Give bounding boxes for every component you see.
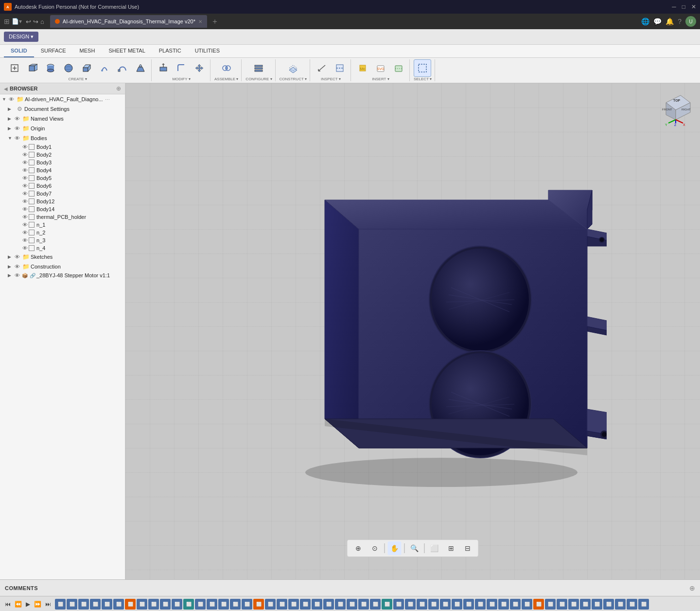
timeline-item[interactable]: ⬜ [323,599,334,610]
tree-n1[interactable]: ▶ 👁 n_1 [0,221,125,229]
timeline-item[interactable]: ⬜ [265,599,276,610]
tree-n3[interactable]: ▶ 👁 n_3 [0,236,125,244]
visibility-body12[interactable]: 👁 [22,198,28,204]
timeline-item[interactable]: ⬜ [67,599,77,610]
timeline-item[interactable]: ⬜ [382,599,392,610]
visibility-construction[interactable]: 👁 [15,264,20,270]
tree-sketches[interactable]: ▶ 👁 📁 Sketches [0,252,125,262]
viewport[interactable]: TOP FRONT RIGHT Z X Y [125,83,700,579]
sphere-button[interactable] [60,59,77,77]
measure-button[interactable] [313,59,331,77]
timeline-item[interactable]: ⬜ [475,599,486,610]
timeline-item[interactable]: ⬜ [463,599,474,610]
timeline-item[interactable]: ⬜ [102,599,112,610]
notification-icon[interactable]: 🔔 [665,18,674,25]
visibility-n2[interactable]: 👁 [22,230,28,235]
timeline-item[interactable]: ⬜ [498,599,509,610]
tree-body12[interactable]: ▶ 👁 Body12 [0,198,125,205]
maximize-button[interactable]: □ [682,3,685,10]
timeline-item[interactable]: ⬜ [580,599,591,610]
tree-construction[interactable]: ▶ 👁 📁 Construction [0,262,125,271]
offset-plane-button[interactable] [284,59,302,77]
pan-button[interactable]: ✋ [388,541,402,555]
tab-utilities[interactable]: UTILITIES [188,45,227,57]
select-button[interactable] [414,59,431,77]
visibility-stepper[interactable]: 👁 [15,272,20,278]
tab-plastic[interactable]: PLASTIC [152,45,188,57]
section-analysis-button[interactable] [331,59,349,77]
visibility-named-views[interactable]: 👁 [15,116,20,122]
revolve-button[interactable] [96,59,113,77]
visibility-body6[interactable]: 👁 [22,183,28,189]
timeline-item[interactable]: ⬜ [638,599,649,610]
tab-close-button[interactable]: ✕ [198,19,202,24]
insert-mcmaster-button[interactable]: Mc [354,59,371,77]
message-icon[interactable]: 💬 [653,18,662,25]
step-forward-button[interactable]: ⏩ [34,601,41,608]
timeline-item[interactable]: ⬜ [218,599,229,610]
visibility-sketches[interactable]: 👁 [15,254,20,260]
timeline-item[interactable]: ⬜ [113,599,124,610]
timeline-item[interactable]: ⬜ [288,599,299,610]
tree-body1[interactable]: ▶ 👁 Body1 [0,143,125,151]
timeline-item[interactable]: ⬜ [615,599,626,610]
active-tab[interactable]: AI-driven_HVAC_Fault_Diagnosis_Thermal_I… [50,15,207,28]
checkbox-body3[interactable] [29,160,35,165]
timeline-item[interactable]: ⬜ [545,599,556,610]
help-online-icon[interactable]: 🌐 [641,18,649,25]
tree-n4[interactable]: ▶ 👁 n_4 [0,244,125,252]
timeline-item[interactable]: ⬜ [533,599,544,610]
play-button[interactable]: ▶ [26,601,30,608]
tree-n2[interactable]: ▶ 👁 n_2 [0,229,125,236]
timeline-item[interactable]: ⬜ [242,599,252,610]
visibility-n1[interactable]: 👁 [22,222,28,228]
browser-settings-icon[interactable]: ⊕ [116,85,121,92]
tree-body14[interactable]: ▶ 👁 Body14 [0,205,125,213]
browser-collapse-icon[interactable]: ◀ [4,86,8,91]
timeline-item[interactable]: ⬜ [230,599,241,610]
insert-svg-button[interactable]: SVG [372,59,389,77]
checkbox-n1[interactable] [29,222,35,228]
tree-body3[interactable]: ▶ 👁 Body3 [0,159,125,166]
timeline-item[interactable]: ⬜ [90,599,101,610]
timeline-item[interactable]: ⬜ [603,599,614,610]
tab-sheet-metal[interactable]: SHEET METAL [102,45,152,57]
timeline-item[interactable]: ⬜ [207,599,217,610]
checkbox-body12[interactable] [29,198,35,204]
tree-body5[interactable]: ▶ 👁 Body5 [0,174,125,182]
user-avatar[interactable]: U [685,16,696,27]
checkbox-body14[interactable] [29,206,35,212]
add-tab-button[interactable]: ＋ [211,17,219,27]
viewcube[interactable]: TOP FRONT RIGHT Z X Y [656,88,695,127]
timeline-item[interactable]: ⬜ [300,599,311,610]
sweep-button[interactable] [114,59,131,77]
timeline-item[interactable]: ⬜ [55,599,66,610]
display-settings-button[interactable]: ⬜ [428,541,441,555]
timeline-item[interactable]: ⬜ [452,599,462,610]
tree-root[interactable]: ▼ 👁 📁 AI-driven_HVAC_Fault_Diagno... ⋯ [0,94,125,104]
timeline-item[interactable]: ⬜ [557,599,567,610]
checkbox-body5[interactable] [29,175,35,181]
timeline-item[interactable]: ⬜ [358,599,369,610]
visibility-body4[interactable]: 👁 [22,167,28,173]
press-pull-button[interactable] [155,59,172,77]
checkbox-n2[interactable] [29,230,35,235]
timeline-item[interactable]: ⬜ [183,599,194,610]
checkbox-body7[interactable] [29,191,35,197]
timeline-item[interactable]: ⬜ [125,599,136,610]
timeline-item[interactable]: ⬜ [312,599,322,610]
root-options-icon[interactable]: ⋯ [105,97,110,102]
checkbox-n3[interactable] [29,237,35,243]
tree-stepper-motor[interactable]: ▶ 👁 📦 🔗 _28BYJ-48 Stepper Motor v1:1 [0,271,125,279]
timeline-item[interactable]: ⬜ [592,599,602,610]
grid-icon[interactable]: ⊞ [4,18,10,25]
timeline-item[interactable]: ⬜ [510,599,521,610]
visibility-body3[interactable]: 👁 [22,160,28,165]
timeline-item[interactable]: ⬜ [172,599,182,610]
configure-button[interactable] [250,59,267,77]
joint-button[interactable] [218,59,235,77]
undo-button[interactable]: ↩ [26,18,31,25]
timeline-item[interactable]: ⬜ [137,599,147,610]
timeline-item[interactable]: ⬜ [160,599,171,610]
rewind-button[interactable]: ⏮ [5,601,11,608]
